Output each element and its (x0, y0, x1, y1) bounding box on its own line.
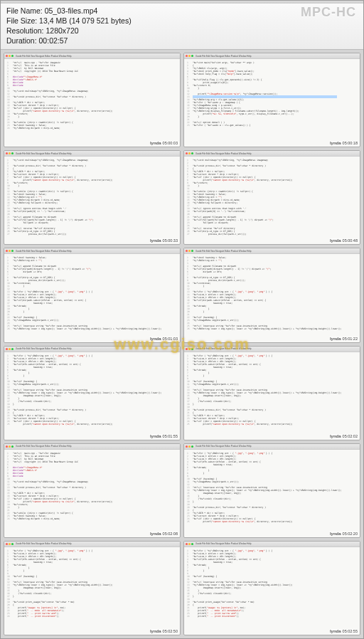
thumb-menubar: Xcode File Edit View Navigate Editor Pro… (16, 55, 71, 58)
thumb-titlebar: Xcode File Edit View Navigate Editor Pro… (184, 347, 360, 352)
thumb-titlebar: Xcode File Edit View Navigate Editor Pro… (4, 347, 180, 352)
close-icon (6, 348, 8, 350)
minimize-icon (188, 348, 191, 350)
minimize-icon (9, 55, 11, 57)
code-editor: 1"cm">// main.cpp - "kw">for imagewiz2"c… (4, 59, 180, 132)
thumb-titlebar: Xcode File Edit View Navigate Editor Pro… (4, 444, 180, 450)
close-icon (186, 445, 188, 448)
thumb-menubar: Xcode File Edit View Navigate Editor Pro… (196, 542, 251, 545)
value-resolution: 1280x720 (46, 26, 78, 35)
minimize-icon (188, 55, 191, 57)
thumbnail[interactable]: Xcode File Edit View Navigate Editor Pro… (183, 248, 360, 342)
minimize-icon (9, 445, 11, 448)
zoom-icon (11, 250, 14, 252)
thumb-titlebar: Xcode File Edit View Navigate Editor Pro… (184, 542, 360, 547)
traffic-lights (186, 348, 193, 350)
code-editor: 1 "kw">for ( "ty">BWString ext : { ".jpg… (184, 352, 360, 428)
thumbnail[interactable]: Xcode File Edit View Navigate Editor Pro… (183, 346, 360, 440)
traffic-lights (6, 152, 14, 154)
traffic-lights (6, 543, 14, 545)
thumb-menubar: Xcode File Edit View Navigate Editor Pro… (16, 542, 71, 545)
thumb-menubar: Xcode File Edit View Navigate Editor Pro… (16, 347, 71, 350)
close-icon (186, 55, 188, 57)
close-icon (6, 55, 8, 57)
close-icon (186, 348, 188, 350)
brand-watermark: lynda05:02:02 (329, 434, 358, 438)
code-editor: 1"kw">int main("kw">int argc, "kw">char … (184, 59, 360, 129)
code-editor: 1 "kw">for ( "ty">BWString ext : { ".jpg… (184, 547, 360, 620)
brand-watermark: lynda05:00:18 (329, 141, 358, 145)
thumb-menubar: Xcode File Edit View Navigate Editor Pro… (196, 152, 251, 155)
traffic-lights (186, 250, 193, 252)
brand-watermark: lynda05:02:20 (329, 532, 358, 536)
minimize-icon (9, 543, 11, 545)
traffic-lights (6, 445, 14, 448)
info-resolution: Resolution: 1280x720 (6, 26, 358, 36)
label-filesize: File Size: (6, 16, 37, 25)
thumbnail[interactable]: Xcode File Edit View Navigate Editor Pro… (4, 150, 181, 245)
brand-watermark: lynda05:02:08 (149, 532, 178, 536)
thumbnail[interactable]: Xcode File Edit View Navigate Editor Pro… (183, 443, 360, 538)
brand-watermark: lynda05:02:50 (149, 629, 178, 633)
minimize-icon (188, 152, 191, 154)
thumb-menubar: Xcode File Edit View Navigate Editor Pro… (196, 55, 251, 58)
thumb-titlebar: Xcode File Edit View Navigate Editor Pro… (184, 444, 360, 450)
zoom-icon (11, 445, 14, 448)
thumbnail[interactable]: Xcode File Edit View Navigate Editor Pro… (183, 541, 360, 635)
brand-watermark: lynda05:00:48 (329, 238, 358, 243)
minimize-icon (188, 543, 191, 545)
thumb-titlebar: Xcode File Edit View Navigate Editor Pro… (4, 151, 180, 157)
video-area[interactable]: Xcode File Edit View Navigate Editor Pro… (1, 50, 363, 638)
minimize-icon (188, 445, 191, 448)
close-icon (186, 152, 188, 154)
code-editor: 1"cm">// main.cpp - "kw">for imagewiz2"c… (4, 450, 180, 522)
traffic-lights (6, 348, 14, 350)
traffic-lights (6, 250, 14, 252)
code-editor: 1 "kw">for ( "ty">BWString ext : { ".jpg… (184, 450, 360, 525)
close-icon (6, 543, 8, 545)
thumbnail[interactable]: Xcode File Edit View Navigate Editor Pro… (183, 53, 360, 147)
value-duration: 00:02:57 (39, 36, 68, 45)
thumb-menubar: Xcode File Edit View Navigate Editor Pro… (196, 445, 251, 448)
zoom-icon (11, 543, 14, 545)
traffic-lights (186, 55, 193, 57)
minimize-icon (9, 250, 11, 252)
info-duration: Duration: 00:02:57 (6, 36, 358, 46)
thumb-titlebar: Xcode File Edit View Navigate Editor Pro… (4, 53, 180, 59)
thumb-titlebar: Xcode File Edit View Navigate Editor Pro… (184, 151, 360, 157)
brand-watermark: lynda05:00:33 (149, 238, 178, 243)
brand-watermark: lynda05:01:55 (149, 434, 178, 438)
close-icon (6, 152, 8, 154)
traffic-lights (186, 152, 193, 154)
brand-watermark: lynda05:01:22 (329, 337, 358, 341)
minimize-icon (9, 152, 11, 154)
thumbnail[interactable]: Xcode File Edit View Navigate Editor Pro… (4, 248, 181, 342)
thumbnail[interactable]: Xcode File Edit View Navigate Editor Pro… (4, 53, 181, 147)
zoom-icon (11, 348, 14, 350)
zoom-icon (191, 348, 193, 350)
close-icon (6, 445, 8, 448)
label-filename: File Name: (6, 6, 43, 15)
zoom-icon (191, 55, 193, 57)
thumbnail[interactable]: Xcode File Edit View Navigate Editor Pro… (4, 443, 181, 538)
thumbnail[interactable]: Xcode File Edit View Navigate Editor Pro… (4, 346, 181, 440)
thumb-menubar: Xcode File Edit View Navigate Editor Pro… (16, 445, 71, 448)
label-resolution: Resolution: (6, 26, 44, 35)
minimize-icon (9, 348, 11, 350)
value-filename: 05_03-files.mp4 (45, 6, 98, 15)
brand-watermark: lynda05:00:03 (149, 141, 178, 145)
traffic-lights (6, 55, 14, 57)
thumbnail[interactable]: Xcode File Edit View Navigate Editor Pro… (4, 541, 181, 635)
zoom-icon (11, 152, 14, 154)
code-editor: 1 "kw">bool haveimg = false;2 "ty">BWStr… (184, 254, 360, 332)
thumb-titlebar: Xcode File Edit View Navigate Editor Pro… (184, 248, 360, 254)
thumb-titlebar: Xcode File Edit View Navigate Editor Pro… (184, 53, 360, 59)
label-duration: Duration: (6, 36, 37, 45)
thumbnail[interactable]: Xcode File Edit View Navigate Editor Pro… (183, 150, 360, 245)
code-editor: 1 "kw">for ( "ty">BWString ext : { ".jpg… (4, 547, 180, 620)
thumbnail-grid: Xcode File Edit View Navigate Editor Pro… (4, 53, 360, 635)
player-window: MPC-HC File Name: 05_03-files.mp4 File S… (0, 0, 364, 639)
player-logo: MPC-HC (301, 7, 356, 17)
zoom-icon (191, 250, 193, 252)
zoom-icon (191, 543, 193, 545)
